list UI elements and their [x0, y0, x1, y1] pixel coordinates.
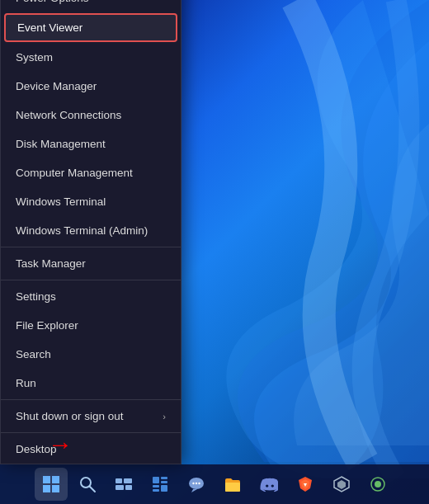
search-button[interactable]	[71, 468, 104, 501]
menu-item-computer-management[interactable]: Computer Management	[1, 158, 181, 187]
menu-item-network-connections[interactable]: Network Connections	[1, 101, 181, 130]
svg-rect-1	[52, 476, 59, 483]
svg-rect-11	[161, 477, 167, 479]
svg-rect-0	[43, 476, 50, 483]
widgets-button[interactable]	[144, 468, 177, 501]
separator-4	[1, 432, 181, 433]
menu-item-run[interactable]: Run	[1, 369, 181, 398]
discord-icon	[260, 475, 278, 493]
chat-button[interactable]	[180, 468, 213, 501]
taskbar-icons	[35, 468, 394, 501]
menu-item-system[interactable]: System	[1, 43, 181, 72]
chat-icon	[186, 474, 206, 494]
task-view-button[interactable]	[107, 468, 140, 501]
svg-rect-7	[124, 478, 132, 483]
menu-item-windows-terminal[interactable]: Windows Terminal	[1, 187, 181, 216]
windows-logo-icon	[42, 475, 60, 493]
svg-rect-15	[161, 485, 167, 492]
widgets-icon	[151, 475, 169, 493]
app1-button[interactable]	[325, 468, 358, 501]
svg-point-19	[198, 483, 200, 484]
svg-point-24	[375, 481, 381, 488]
menu-item-file-explorer[interactable]: File Explorer	[1, 311, 181, 340]
menu-item-device-manager[interactable]: Device Manager	[1, 72, 181, 101]
menu-item-windows-terminal-admin[interactable]: Windows Terminal (Admin)	[1, 216, 181, 245]
red-arrow: →	[48, 431, 73, 459]
svg-rect-13	[153, 485, 159, 488]
separator-1	[1, 247, 181, 247]
brave-button[interactable]	[289, 468, 322, 501]
svg-rect-8	[116, 485, 124, 490]
separator-3	[1, 399, 181, 400]
menu-item-shut-down[interactable]: Shut down or sign out ›	[1, 402, 181, 431]
start-button[interactable]	[35, 468, 68, 501]
task-view-icon	[115, 475, 133, 493]
search-icon	[78, 475, 97, 493]
menu-item-task-manager[interactable]: Task Manager	[1, 249, 181, 278]
svg-point-18	[196, 483, 197, 484]
brave-icon	[296, 475, 314, 493]
svg-rect-9	[125, 485, 132, 490]
discord-button[interactable]	[252, 468, 285, 501]
context-menu: Apps and Features Power Options Event Vi…	[0, 0, 182, 464]
svg-rect-12	[161, 481, 167, 483]
taskbar	[0, 464, 429, 504]
svg-marker-22	[337, 480, 346, 489]
file-explorer-button[interactable]	[216, 468, 249, 501]
svg-line-5	[90, 487, 96, 492]
menu-item-settings[interactable]: Settings	[1, 282, 181, 311]
svg-rect-3	[52, 485, 59, 492]
menu-item-search[interactable]: Search	[1, 340, 181, 369]
app2-button[interactable]	[361, 468, 394, 501]
svg-rect-14	[153, 489, 159, 492]
svg-point-17	[192, 483, 194, 484]
svg-rect-6	[116, 478, 122, 483]
svg-rect-2	[43, 485, 50, 492]
separator-2	[1, 280, 181, 280]
app2-icon	[369, 475, 387, 493]
svg-rect-10	[153, 477, 159, 483]
menu-item-disk-management[interactable]: Disk Management	[1, 130, 181, 158]
menu-item-power-options[interactable]: Power Options	[1, 0, 181, 12]
app1-icon	[332, 475, 351, 493]
menu-item-event-viewer[interactable]: Event Viewer	[4, 13, 177, 42]
chevron-right-icon: ›	[163, 412, 166, 422]
svg-rect-20	[225, 483, 240, 492]
file-explorer-icon	[224, 475, 242, 493]
desktop: Apps and Features Power Options Event Vi…	[0, 0, 429, 504]
menu-item-desktop[interactable]: Desktop	[1, 435, 181, 464]
